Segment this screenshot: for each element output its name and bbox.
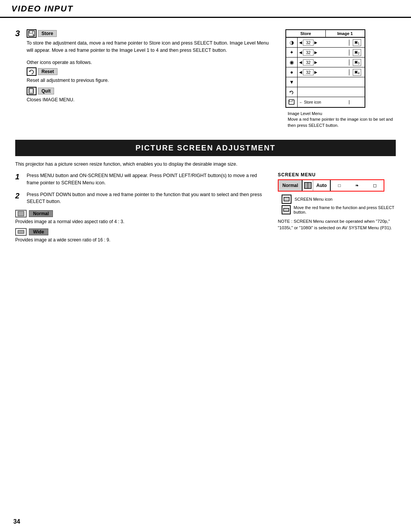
smb-icon-3: ❧ [353,183,361,188]
store-icon-label-row: Store [27,29,57,38]
screen-menu-note: NOTE : SCREEN Menu cannot be operated wh… [278,218,396,232]
step-3-content: Store To store the adjustment data, move… [27,29,270,102]
normal-func: Normal Provides image at a normal video … [15,210,266,224]
menu-controls-1: ◀ 32 ▶ [298,40,349,46]
img-level-6 [349,87,365,97]
screen-row-box-1 [282,195,292,204]
value-3: 32 [303,59,314,66]
menu-icon-4: ● [286,67,298,77]
normal-desc: Provides image at a normal video aspect … [15,219,266,224]
reset-description: Reset all adjustment to previous figure. [27,78,270,83]
menu-icon-6 [286,87,298,97]
screen-row-box-2 [282,205,291,214]
wide-desc: Provides image at a wide screen ratio of… [15,237,266,243]
arrow-right-4[interactable]: ▶ [314,70,317,74]
main-content: 3 Store To store the adjustment data, mo… [0,18,411,258]
arrow-right-3[interactable]: ▶ [314,60,317,64]
arrow-left-3[interactable]: ◀ [299,60,302,64]
menu-row-3: ◉ ◀ 32 ▶ ▣3 [286,58,365,67]
menu-icon-3: ◉ [286,58,298,67]
normal-label: Normal [29,210,53,217]
wide-item: Wide [15,228,266,236]
page-number: 34 [13,518,20,525]
menu-controls-2: ◀ 32 ▶ [298,50,349,56]
smb-icon-1 [303,180,313,191]
svg-rect-7 [18,230,24,233]
psa-body: 1 Press MENU button and ON-SCREEN MENU w… [15,172,396,246]
screen-menu-move-label: Move the red frame to the function and p… [294,205,396,214]
menu-col-store: Store [286,30,326,37]
smb-icons-right: □ ❧ ◻ [331,180,384,191]
smb-icon-2: □ [335,183,344,188]
normal-icon [15,210,27,217]
svg-rect-10 [284,197,289,201]
svg-rect-6 [18,211,24,216]
img-level-7 [349,97,365,107]
psa-left: 1 Press MENU button and ON-SCREEN MENU w… [15,172,266,246]
page-title: VIDEO INPUT [11,4,400,14]
store-icon [27,29,37,38]
psa-step-1-text: Press MENU button and ON-SCREEN MENU wil… [27,172,266,187]
psa-title: PICTURE SCREEN ADJUSTMENT [15,140,396,156]
arrow-right-2[interactable]: ▶ [314,50,317,54]
menu-icon-store [286,97,298,107]
psa-intro: This projector has a picture screen resi… [15,161,396,167]
screen-menu-icon-label: SCREEN Menu icon [295,197,333,201]
arrow-right-1[interactable]: ▶ [314,40,317,45]
value-4: 32 [303,69,314,75]
arrow-left-2[interactable]: ◀ [299,50,302,54]
value-1: 32 [303,40,314,46]
psa-step-1: 1 Press MENU button and ON-SCREEN MENU w… [15,172,266,187]
svg-rect-11 [284,208,289,211]
svg-rect-5 [289,100,292,102]
wide-func: Wide Provides image at a wide screen rat… [15,228,266,243]
note-body: Move a red frame pointer to the image ic… [288,117,393,127]
store-label: Store [38,30,57,37]
smb-auto: Auto [313,180,330,191]
psa-right: SCREEN MENU Normal Auto □ ❧ ◻ [278,172,396,246]
menu-header: Store Image 1 [286,30,365,38]
menu-row-7: ← Store icon [286,97,365,107]
menu-icon-5: ▼ [286,77,298,87]
normal-item: Normal [15,210,266,217]
psa-section: PICTURE SCREEN ADJUSTMENT This projector… [15,140,396,246]
menu-icon-1: ◑ [286,38,298,47]
screen-row-1: SCREEN Menu icon [282,195,396,204]
menu-row-4: ● ◀ 32 ▶ ▣4 [286,67,365,77]
quit-icon-label-row: Quit [27,87,54,95]
arrow-left-1[interactable]: ◀ [299,40,302,45]
image-level-menu-col: Store Image 1 ◑ ◀ 32 ▶ ▣1 [285,26,396,128]
psa-step-2: 2 Press POINT DOWN button and move a red… [15,191,266,206]
menu-controls-3: ◀ 32 ▶ [298,59,349,66]
arrow-left-4[interactable]: ◀ [299,70,302,74]
menu-col-image: Image 1 [326,30,365,37]
reset-icon [27,67,37,76]
page-header: VIDEO INPUT [0,0,411,18]
screen-menu-label: SCREEN MENU [278,172,396,177]
reset-icon-label-row: Reset [27,67,57,76]
img-level-4: ▣4 [349,67,365,77]
psa-step-2-num: 2 [15,191,24,206]
menu-icon-2: ✦ [286,48,298,57]
img-level-3: ▣3 [349,58,365,67]
store-section: 3 Store To store the adjustment data, mo… [15,26,396,128]
menu-row-5: ▼ [286,77,365,87]
smb-normal: Normal [279,180,303,191]
store-left-col: 3 Store To store the adjustment data, mo… [15,26,270,128]
img-level-2: ▣2 [349,48,365,57]
screen-row-2: Move the red frame to the function and p… [282,205,396,214]
image-level-menu: Store Image 1 ◑ ◀ 32 ▶ ▣1 [285,29,365,108]
store-description: To store the adjustment data, move a red… [27,40,270,54]
img-level-1: ▣1 [349,38,365,47]
svg-rect-3 [30,89,33,93]
step-3-block: 3 Store To store the adjustment data, mo… [15,29,270,102]
store-icon-pointer: ← Store icon [299,100,321,104]
note-title: Image Level Menu [288,111,322,116]
quit-description: Closes IMAGE MENU. [27,97,270,102]
value-2: 32 [303,50,314,56]
screen-menu-rows: SCREEN Menu icon Move the red frame to t… [282,195,396,214]
menu-row-6 [286,87,365,97]
img-level-5 [349,77,365,87]
wide-icon [15,228,27,236]
step-3-number: 3 [15,29,20,38]
